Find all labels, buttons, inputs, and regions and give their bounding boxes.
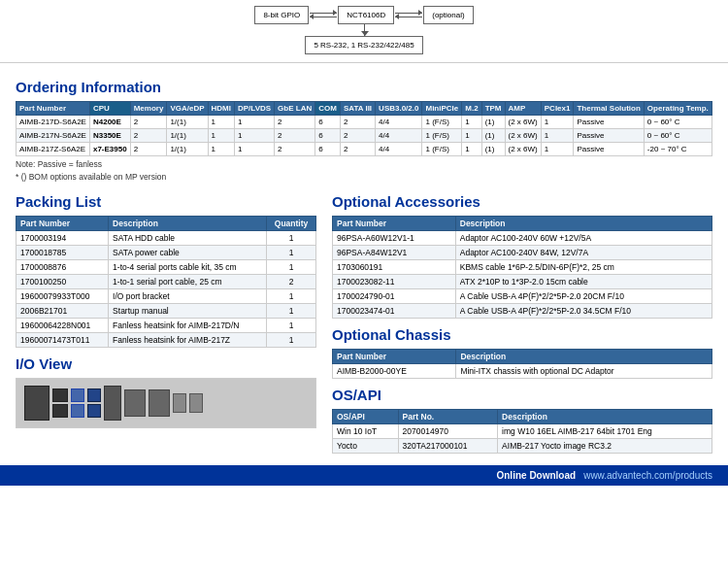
- th-packing-qty: Quantity: [267, 217, 316, 231]
- th-hdmi: HDMI: [208, 102, 234, 116]
- accessories-table: Part Number Description 96PSA-A60W12V1-1…: [332, 216, 712, 319]
- th-chassis-part: Part Number: [333, 350, 456, 364]
- th-os-desc: Description: [498, 410, 712, 424]
- accessories-section: Optional Accessories Part Number Descrip…: [332, 193, 712, 319]
- table-row: 1700023474-01A Cable USB-A 4P(F)*2/2*5P-…: [333, 304, 712, 319]
- optional-box: (optional): [423, 6, 473, 24]
- table-row: AIMB-B2000-00YEMini-ITX chassis with opt…: [333, 364, 712, 379]
- right-column: Optional Accessories Part Number Descrip…: [332, 186, 712, 454]
- chassis-section: Optional Chassis Part Number Description…: [332, 326, 712, 379]
- table-row: 17001002501-to-1 serial port cable, 25 c…: [17, 275, 316, 289]
- th-m2: M.2: [462, 102, 481, 116]
- th-tpm: TPM: [481, 102, 505, 116]
- th-part-number: Part Number: [17, 102, 90, 116]
- table-row: 96PSA-A60W12V1-1Adaptor AC100-240V 60W +…: [333, 231, 712, 246]
- rs232-box: 5 RS-232, 1 RS-232/422/485: [305, 36, 422, 54]
- th-packing-desc: Description: [109, 217, 267, 231]
- th-temp: Operating Temp.: [644, 102, 711, 116]
- two-col-layout: Packing List Part Number Description Qua…: [16, 186, 712, 454]
- gpio-box: 8-bit GPIO: [254, 6, 309, 24]
- table-row: AIMB-217D-S6A2EN4200E21/(1)112624/41 (F/…: [17, 116, 712, 129]
- th-com: COM: [315, 102, 341, 116]
- th-chassis-desc: Description: [456, 350, 712, 364]
- th-minipcie: MiniPCIe: [422, 102, 462, 116]
- packing-section: Packing List Part Number Description Qua…: [16, 193, 316, 348]
- chassis-header-row: Part Number Description: [333, 350, 712, 364]
- os-header-row: OS/API Part No. Description: [333, 410, 712, 424]
- ordering-note2: * () BOM options available on MP version: [16, 172, 712, 182]
- diagram-area: 8-bit GPIO NCT6106D: [0, 0, 728, 63]
- table-row: 19600071473T011Fanless heatsink for AIMB…: [17, 333, 316, 348]
- io-image: [16, 378, 316, 428]
- th-dp: DP/LVDS: [235, 102, 275, 116]
- os-title: OS/API: [332, 387, 712, 403]
- th-thermal: Thermal Solution: [574, 102, 644, 116]
- footer: Online Download www.advantech.com/produc…: [0, 465, 728, 486]
- th-amp: AMP: [505, 102, 541, 116]
- th-acc-part: Part Number: [333, 217, 456, 231]
- chassis-title: Optional Chassis: [332, 326, 712, 343]
- footer-label: Online Download: [496, 470, 576, 481]
- ordering-table: Part Number CPU Memory VGA/eDP HDMI DP/L…: [16, 101, 712, 156]
- table-row: AIMB-217Z-S6A2Ex7-E395021/(1)112624/41 (…: [17, 143, 712, 156]
- table-row: 1703060191KBMS cable 1*6P-2.5/DIN-6P(F)*…: [333, 260, 712, 275]
- main-content: Ordering Information Part Number CPU Mem…: [0, 63, 728, 457]
- nct-box: NCT6106D: [338, 6, 394, 24]
- packing-header-row: Part Number Description Quantity: [17, 217, 316, 231]
- accessories-title: Optional Accessories: [332, 193, 712, 210]
- packing-title: Packing List: [16, 193, 316, 210]
- table-row: 1700003194SATA HDD cable1: [17, 231, 316, 246]
- io-view-section: I/O View: [16, 355, 316, 428]
- th-os-api: OS/API: [333, 410, 399, 424]
- th-gbe: GbE LAN: [275, 102, 315, 116]
- table-row: 1700023082-11ATX 2*10P to 1*3P-2.0 15cm …: [333, 275, 712, 289]
- table-row: 1700018785SATA power cable1: [17, 246, 316, 260]
- table-row: 1700024790-01A Cable USB-A 4P(F)*2/2*5P-…: [333, 289, 712, 304]
- table-row: 96PSA-A84W12V1Adaptor AC100-240V 84W, 12…: [333, 246, 712, 260]
- th-usb: USB3.0/2.0: [376, 102, 422, 116]
- th-packing-part: Part Number: [17, 217, 109, 231]
- table-row: Yocto320TA217000101AIMB-217 Yocto image …: [333, 439, 712, 454]
- os-section: OS/API OS/API Part No. Description Win 1…: [332, 387, 712, 454]
- ordering-note1: Note: Passive = fanless: [16, 159, 712, 169]
- table-row: AIMB-217N-S6A2EN3350E21/(1)112624/41 (F/…: [17, 129, 712, 143]
- packing-table: Part Number Description Quantity 1700003…: [16, 216, 316, 348]
- table-row: 2006B21701Startup manual1: [17, 304, 316, 319]
- ordering-section: Ordering Information Part Number CPU Mem…: [16, 79, 712, 182]
- chassis-table: Part Number Description AIMB-B2000-00YEM…: [332, 349, 712, 379]
- th-sata: SATA III: [340, 102, 375, 116]
- io-title: I/O View: [16, 355, 316, 372]
- ordering-header-row: Part Number CPU Memory VGA/eDP HDMI DP/L…: [17, 102, 712, 116]
- left-column: Packing List Part Number Description Qua…: [16, 186, 316, 454]
- th-cpu: CPU: [89, 102, 130, 116]
- th-memory: Memory: [130, 102, 167, 116]
- th-vga: VGA/eDP: [167, 102, 208, 116]
- table-row: Win 10 IoT2070014970img W10 16EL AIMB-21…: [333, 424, 712, 439]
- os-table: OS/API Part No. Description Win 10 IoT20…: [332, 409, 712, 454]
- th-pcie: PCIex1: [541, 102, 574, 116]
- table-row: 19600064228N001Fanless heatsink for AIMB…: [17, 319, 316, 333]
- footer-url: www.advantech.com/products: [583, 470, 712, 481]
- th-os-part: Part No.: [398, 410, 498, 424]
- accessories-header-row: Part Number Description: [333, 217, 712, 231]
- table-row: 17000088761-to-4 serial ports cable kit,…: [17, 260, 316, 275]
- ordering-title: Ordering Information: [16, 79, 712, 95]
- th-acc-desc: Description: [455, 217, 711, 231]
- table-row: 19600079933T000I/O port bracket1: [17, 289, 316, 304]
